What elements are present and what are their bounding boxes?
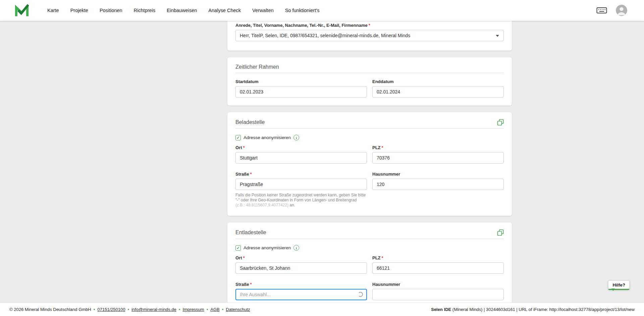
main-content: Anrede, Titel, Vorname, Nachname, Tel.-N…	[0, 21, 644, 303]
contact-select-value: Herr, TitelP, Selen, IDE, 0987/654321, s…	[240, 33, 410, 38]
nav-item-projekte[interactable]: Projekte	[70, 8, 88, 13]
entlade-ort-label: Ort*	[235, 255, 367, 260]
entlade-plz-input[interactable]	[372, 262, 504, 274]
required-mark: *	[250, 172, 252, 177]
belade-hausnummer-field: Hausnummer	[372, 172, 504, 208]
contact-label-text: Anrede, Titel, Vorname, Nachname, Tel.-N…	[235, 23, 368, 28]
help-button[interactable]: Hilfe?	[608, 280, 630, 290]
footer-link-agb[interactable]: AGB	[210, 307, 219, 312]
contact-select[interactable]: Herr, TitelP, Selen, IDE, 0987/654321, s…	[235, 30, 504, 41]
belade-plz-label: PLZ*	[372, 145, 504, 150]
loading-spinner-icon	[358, 292, 363, 297]
belade-ort-field: Ort*	[235, 145, 367, 164]
bullet-separator: •	[94, 307, 95, 312]
divider	[235, 73, 504, 73]
section-title-entladestelle: Entladestelle	[235, 230, 266, 236]
footer-link-impressum[interactable]: Impressum	[182, 307, 204, 312]
entlade-ort-field: Ort*	[235, 255, 367, 274]
entlade-hausnummer-input[interactable]	[372, 289, 504, 300]
divider	[235, 128, 504, 129]
bullet-separator: •	[127, 307, 129, 312]
section-title-zeitlicher-rahmen: Zeitlicher Rahmen	[235, 64, 279, 70]
footer-left: © 2026 Mineral Minds Deutschland GmbH • …	[9, 307, 250, 312]
enddatum-label: Enddatum	[372, 79, 504, 84]
startdatum-input[interactable]	[235, 86, 367, 98]
anonymize-row: ✓ Adresse anonymisieren i	[235, 245, 504, 251]
user-avatar[interactable]	[616, 5, 627, 16]
bullet-separator: •	[179, 307, 180, 312]
anonymize-checkbox[interactable]: ✓	[235, 135, 241, 140]
belade-ort-label: Ort*	[235, 145, 367, 150]
required-mark: *	[382, 145, 383, 150]
entlade-plz-field: PLZ*	[372, 255, 504, 274]
anonymize-row: ✓ Adresse anonymisieren i	[235, 135, 504, 140]
main-nav: Karte Projekte Positionen Richtpreis Ein…	[47, 8, 319, 13]
entlade-strasse-input[interactable]	[235, 289, 367, 300]
bullet-separator: •	[222, 307, 224, 312]
belade-strasse-label: Straße*	[235, 172, 367, 177]
belade-strasse-input[interactable]	[235, 179, 367, 190]
contact-card: Anrede, Titel, Vorname, Nachname, Tel.-N…	[227, 21, 512, 51]
top-navigation-bar: Karte Projekte Positionen Richtpreis Ein…	[0, 0, 644, 21]
geo-coords-example: (z.B.: 48.8115607,9.4077422)	[235, 203, 288, 207]
chevron-down-icon	[496, 35, 499, 37]
required-mark: *	[250, 282, 252, 287]
bullet-separator: •	[207, 307, 208, 312]
entlade-hausnummer-field: Hausnummer	[372, 282, 504, 300]
entlade-strasse-field: Straße*	[235, 282, 367, 300]
required-mark: *	[243, 255, 245, 260]
copy-icon[interactable]	[497, 119, 504, 126]
required-mark: *	[243, 145, 245, 150]
belade-plz-input[interactable]	[372, 152, 504, 164]
copy-icon[interactable]	[497, 229, 504, 236]
nav-item-analyse-check[interactable]: Analyse Check	[208, 8, 241, 13]
nav-item-verwalten[interactable]: Verwalten	[252, 8, 274, 13]
session-details: (Mineral Minds) | 30244603d161 | URL of …	[451, 307, 635, 312]
divider	[235, 239, 504, 239]
footer-link-datenschutz[interactable]: Datenschutz	[226, 307, 250, 312]
zeitlicher-rahmen-card: Zeitlicher Rahmen Startdatum Enddatum	[227, 57, 512, 106]
belade-plz-field: PLZ*	[372, 145, 504, 164]
page-footer: © 2026 Mineral Minds Deutschland GmbH • …	[0, 303, 644, 316]
belade-ort-input[interactable]	[235, 152, 367, 164]
enddatum-field: Enddatum	[372, 79, 504, 98]
session-user: Selen IDE	[431, 307, 451, 312]
logo-icon	[15, 4, 29, 17]
required-mark: *	[369, 23, 370, 28]
entlade-hausnummer-label: Hausnummer	[372, 282, 504, 287]
copyright-text: © 2026 Mineral Minds Deutschland GmbH	[9, 307, 91, 312]
mineral-minds-logo[interactable]	[15, 4, 29, 17]
beladestelle-card: Beladestelle ✓ Adresse anonymisieren i O…	[227, 112, 512, 216]
required-mark: *	[382, 255, 383, 260]
nav-item-so-funktionierts[interactable]: So funktioniert's	[285, 8, 320, 13]
enddatum-input[interactable]	[372, 86, 504, 98]
topbar-right-controls	[596, 5, 627, 16]
person-icon	[616, 5, 627, 16]
entladestelle-card: Entladestelle ✓ Adresse anonymisieren i …	[227, 223, 512, 303]
strasse-help-text: Falls die Position keiner Straße zugeord…	[235, 193, 367, 208]
nav-item-karte[interactable]: Karte	[47, 8, 59, 13]
anonymize-label: Adresse anonymisieren	[244, 135, 291, 140]
info-icon[interactable]: i	[293, 135, 299, 140]
nav-item-richtpreis[interactable]: Richtpreis	[134, 8, 155, 13]
startdatum-field: Startdatum	[235, 79, 367, 98]
section-title-beladestelle: Beladestelle	[235, 119, 265, 125]
belade-strasse-field: Straße* Falls die Position keiner Straße…	[235, 172, 367, 208]
nav-item-positionen[interactable]: Positionen	[100, 8, 122, 13]
footer-link-phone[interactable]: 07151/250100	[97, 307, 125, 312]
info-icon[interactable]: i	[293, 245, 299, 251]
debug-session-info: Selen IDE (Mineral Minds) | 30244603d161…	[431, 307, 635, 312]
anonymize-label: Adresse anonymisieren	[244, 245, 291, 250]
entlade-strasse-label: Straße*	[235, 282, 367, 287]
entlade-ort-input[interactable]	[235, 262, 367, 274]
footer-link-email[interactable]: info@mineral-minds.de	[131, 307, 176, 312]
startdatum-label: Startdatum	[235, 79, 367, 84]
entlade-plz-label: PLZ*	[372, 255, 504, 260]
belade-hausnummer-input[interactable]	[372, 179, 504, 190]
contact-field-label: Anrede, Titel, Vorname, Nachname, Tel.-N…	[235, 23, 504, 28]
keyboard-icon[interactable]	[596, 6, 607, 14]
nav-item-einbauweisen[interactable]: Einbauweisen	[167, 8, 197, 13]
belade-hausnummer-label: Hausnummer	[372, 172, 504, 177]
anonymize-checkbox[interactable]: ✓	[235, 245, 241, 251]
